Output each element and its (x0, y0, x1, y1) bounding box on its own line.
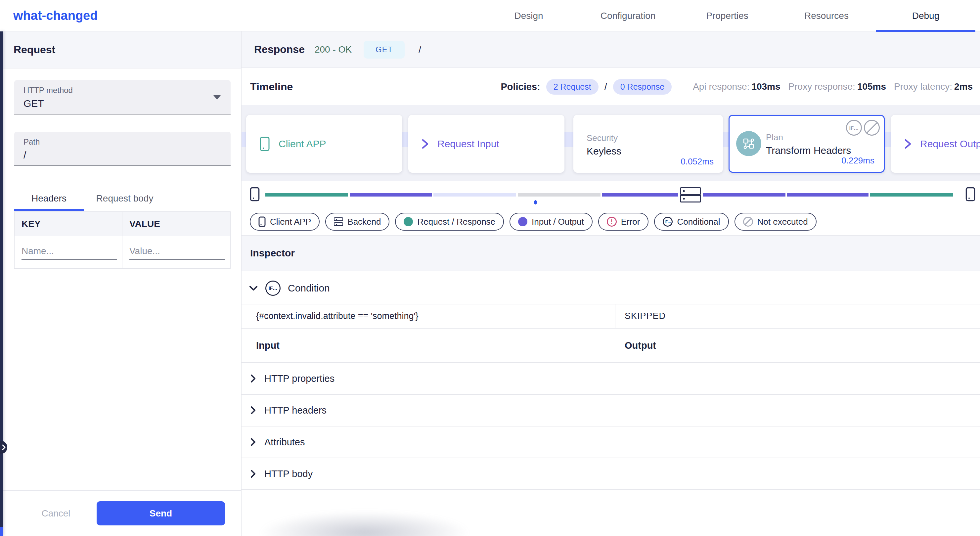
error-icon: ! (607, 217, 617, 227)
request-sub-tabs: Headers Request body (14, 186, 166, 211)
bar-segment-teal (870, 193, 953, 197)
policy-shapes-icon (742, 137, 756, 151)
tab-design[interactable]: Design (479, 0, 578, 32)
response-title: Response (254, 43, 305, 56)
request-panel-title: Request (3, 32, 241, 68)
timeline-legend: Client APP Backend Request / Response In… (242, 208, 980, 235)
legend-backend: Backend (325, 213, 390, 231)
chevron-right-icon (2, 444, 6, 450)
proxy-response-metric: Proxy response: 105ms (788, 81, 886, 92)
policy-badges: IF… (846, 120, 880, 136)
policy-name: Keyless (587, 146, 621, 157)
timeline-summary: Policies: 2 Request / 0 Response Api res… (501, 79, 973, 95)
chevron-right-icon (250, 469, 256, 478)
send-button[interactable]: Send (97, 501, 225, 525)
legend-conditional: IF… Conditional (654, 213, 729, 231)
request-policies-chip: 2 Request (546, 79, 598, 95)
input-output-headers: Input Output (242, 329, 980, 363)
purple-dot-icon (518, 217, 527, 226)
inspector-sections: HTTP properties HTTP headers Attributes … (242, 363, 980, 490)
policy-avatar (736, 131, 761, 156)
response-path: / (418, 45, 421, 55)
tab-debug[interactable]: Debug (876, 0, 975, 32)
chevron-right-icon (422, 138, 429, 149)
section-http-headers[interactable]: HTTP headers (242, 395, 980, 426)
http-method-select[interactable]: HTTP method GET (14, 80, 231, 115)
card-request-input[interactable]: Request Input (408, 115, 565, 173)
card-security-keyless[interactable]: Security Keyless 0.052ms (573, 115, 723, 173)
bar-segment-teal (265, 193, 348, 197)
header-name-input[interactable] (22, 245, 117, 260)
condition-expander[interactable]: IF… Condition (249, 280, 330, 296)
timeline-cards-band: Client APP Request Input Security Keyles… (242, 105, 980, 181)
policy-category: Security (587, 133, 618, 143)
chevron-right-icon (250, 438, 256, 446)
response-policies-chip: 0 Response (613, 79, 671, 95)
policies-label: Policies: (501, 81, 540, 92)
card-label: Request Input (438, 138, 499, 150)
output-column-header: Output (616, 329, 980, 362)
tab-request-body[interactable]: Request body (84, 186, 166, 211)
smartphone-icon (258, 216, 266, 227)
sidebar-accent (0, 527, 3, 536)
legend-error: ! Error (598, 213, 649, 231)
headers-table: KEY VALUE (14, 212, 231, 269)
section-http-body[interactable]: HTTP body (242, 458, 980, 490)
debug-page: what-changed Design Configuration Proper… (0, 0, 980, 536)
card-plan-transform-headers-selected[interactable]: IF… Plan Transform Headers 0.229ms (729, 115, 885, 173)
proxy-latency-metric: Proxy latency: 2ms (894, 81, 973, 92)
conditional-icon: IF… (663, 217, 673, 227)
key-column-header: KEY (14, 212, 123, 236)
policy-duration: 0.052ms (681, 156, 714, 167)
method-chip: GET (364, 41, 405, 59)
input-column-header: Input (242, 329, 616, 362)
chevron-down-icon (249, 285, 258, 291)
api-title: what-changed (13, 0, 98, 32)
policy-duration: 0.229ms (842, 156, 875, 166)
timeline-bar-segments (265, 193, 953, 197)
tab-headers[interactable]: Headers (14, 186, 84, 211)
card-label: Request Output (920, 138, 980, 150)
legend-client-app: Client APP (250, 213, 320, 231)
tab-resources[interactable]: Resources (777, 0, 876, 32)
selected-policy-indicator[interactable] (534, 200, 537, 205)
card-label: Client APP (278, 138, 326, 150)
http-method-label: HTTP method (24, 86, 221, 95)
server-icon (334, 217, 343, 226)
section-http-properties[interactable]: HTTP properties (242, 363, 980, 395)
tab-properties[interactable]: Properties (678, 0, 777, 32)
chevron-right-icon (250, 406, 256, 415)
tab-configuration[interactable]: Configuration (578, 0, 678, 32)
card-client-app[interactable]: Client APP (246, 115, 402, 173)
path-value: / (24, 150, 221, 161)
smartphone-icon (259, 136, 270, 151)
dropdown-arrow-icon (213, 95, 221, 100)
policy-name: Transform Headers (766, 145, 851, 156)
conditional-icon: IF… (265, 281, 280, 296)
headers-table-head: KEY VALUE (14, 212, 230, 236)
app-header: what-changed Design Configuration Proper… (0, 0, 980, 32)
bar-segment-purple (787, 193, 869, 197)
cancel-button[interactable]: Cancel (34, 502, 78, 525)
timeline-title: Timeline (250, 81, 293, 93)
condition-table: {#context.invalid.attribute == 'somethin… (242, 304, 980, 329)
chevron-right-icon (904, 138, 912, 149)
bar-segment-purple (602, 193, 678, 197)
api-response-metric: Api response: 103ms (693, 81, 780, 92)
collapsed-sidebar (0, 32, 3, 536)
response-status: 200 - OK (315, 45, 352, 55)
section-attributes[interactable]: Attributes (242, 426, 980, 458)
backend-icon (680, 187, 701, 202)
card-request-output[interactable]: Request Output (891, 115, 980, 173)
legend-not-executed: Not executed (735, 213, 816, 231)
request-form: HTTP method GET Path / Headers Request b… (3, 68, 241, 490)
inspector-body: IF… Condition {#context.invalid.attribut… (242, 271, 980, 536)
header-value-input[interactable] (129, 245, 225, 260)
teal-dot-icon (404, 217, 413, 226)
legend-input-output: Input / Output (509, 213, 593, 231)
bar-segment-purple (350, 193, 432, 197)
policy-category: Plan (766, 132, 783, 143)
chevron-right-icon (250, 374, 256, 383)
policies-separator: / (605, 81, 607, 92)
path-field[interactable]: Path / (14, 132, 231, 166)
